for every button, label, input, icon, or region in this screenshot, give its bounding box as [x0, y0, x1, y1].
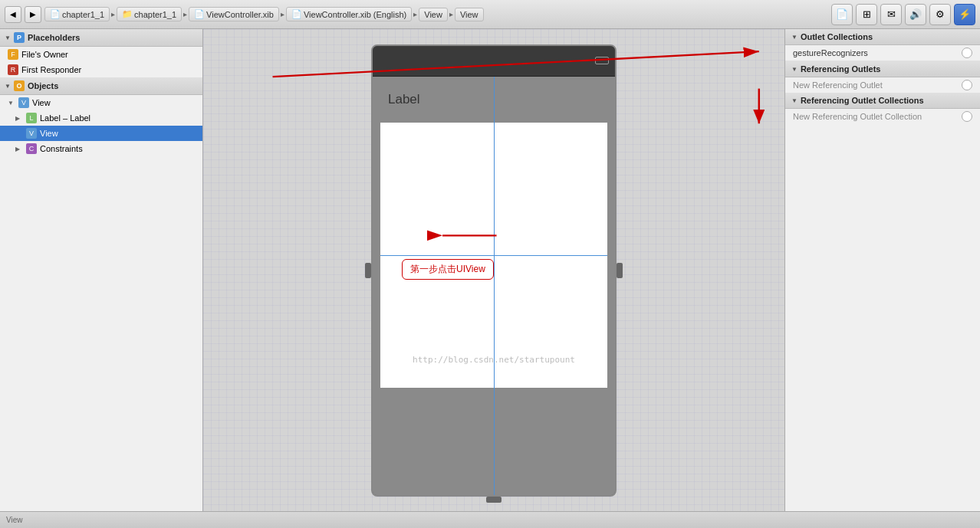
right-panel: ▼ Outlet Collections gestureRecognizers …: [784, 29, 980, 511]
breadcrumb: 📄 chapter1_1 ▸ 📁 chapter1_1 ▸ 📄 ViewCont…: [44, 7, 484, 21]
tree-constraints-item[interactable]: ▶ C Constraints: [0, 141, 202, 156]
first-responder-label: First Responder: [21, 65, 81, 74]
white-center-line-h: [380, 255, 607, 256]
main-area: ▼ P Placeholders F File's Owner R First …: [0, 29, 980, 511]
file-owner-icon: F: [8, 49, 18, 60]
breadcrumb-view1[interactable]: View: [419, 8, 448, 21]
status-icons: [595, 57, 609, 64]
new-referencing-outlet-collection-label: New Referencing Outlet Collection: [793, 112, 922, 121]
label-expand-icon: ▶: [15, 115, 23, 122]
speaker-icon-btn[interactable]: 🔊: [905, 4, 926, 25]
tree-label-item[interactable]: ▶ L Label – Label: [0, 110, 202, 126]
tree-view-selected[interactable]: V View: [0, 126, 202, 141]
white-view[interactable]: http://blog.csdn.net/startupount: [380, 123, 607, 388]
placeholders-triangle: ▼: [5, 34, 11, 41]
device-status-bar: [373, 46, 615, 77]
resize-handle-bottom[interactable]: [486, 497, 502, 503]
toolbar: ◀ ▶ 📄 chapter1_1 ▸ 📁 chapter1_1 ▸ 📄 View…: [0, 0, 980, 29]
view-root-label: View: [32, 98, 51, 107]
roc-triangle: ▼: [791, 97, 797, 104]
breadcrumb-chapter1-folder[interactable]: 📁 chapter1_1: [117, 7, 182, 21]
left-panel: ▼ P Placeholders F File's Owner R First …: [0, 29, 203, 511]
label-item-label: Label – Label: [40, 113, 90, 123]
file-owner-item[interactable]: F File's Owner: [0, 47, 202, 62]
gesture-recognizers-label: gestureRecognizers: [793, 48, 868, 57]
outlet-collections-label: Outlet Collections: [801, 32, 873, 41]
watermark-text: http://blog.csdn.net/startupount: [413, 355, 575, 365]
breadcrumb-view2[interactable]: View: [455, 8, 484, 21]
view-root-icon: V: [18, 97, 29, 108]
referencing-outlets-label: Referencing Outlets: [801, 64, 881, 74]
view-selected-icon: V: [26, 128, 37, 139]
breadcrumb-vc-xib[interactable]: 📄 ViewController.xib: [189, 7, 279, 21]
device-wrapper: Label http://blog.csdn.net/startupount: [371, 44, 617, 497]
label-item-icon: L: [26, 113, 37, 123]
view-selected-label: View: [40, 129, 58, 138]
breadcrumb-sep3: ▸: [281, 10, 284, 18]
doc-icon-btn[interactable]: 📄: [831, 4, 853, 25]
constraints-expand-icon: ▶: [15, 146, 23, 152]
bottom-status: View: [6, 516, 23, 524]
placeholders-header[interactable]: ▼ P Placeholders: [0, 29, 202, 47]
battery-icon: [595, 57, 609, 64]
roc-label: Referencing Outlet Collections: [801, 96, 924, 105]
new-referencing-outlet-collection-row: New Referencing Outlet Collection: [785, 109, 980, 124]
mail-icon-btn[interactable]: ✉: [880, 4, 902, 25]
new-referencing-outlet-circle[interactable]: [962, 80, 972, 90]
breadcrumb-sep1: ▸: [111, 10, 115, 18]
first-responder-icon: R: [8, 64, 18, 75]
objects-icon: O: [14, 80, 25, 91]
constraints-item-icon: C: [26, 143, 37, 154]
bottom-center-line-v: [494, 395, 495, 495]
new-referencing-outlet-row: New Referencing Outlet: [785, 77, 980, 93]
annotation-bubble: 第一步点击UIView: [402, 259, 494, 280]
gesture-recognizers-circle[interactable]: [962, 48, 972, 58]
annotation-text: 第一步点击UIView: [410, 264, 485, 274]
breadcrumb-chapter1[interactable]: 📄 chapter1_1: [44, 7, 110, 21]
first-responder-item[interactable]: R First Responder: [0, 62, 202, 77]
placeholders-label: Placeholders: [28, 33, 80, 42]
view-expand-icon: ▼: [8, 100, 15, 107]
file-owner-label: File's Owner: [21, 50, 68, 59]
bottom-grey-area: [373, 395, 615, 495]
new-roc-circle[interactable]: [962, 111, 972, 122]
outlet-collections-header[interactable]: ▼ Outlet Collections: [785, 29, 980, 45]
referencing-outlets-header[interactable]: ▼ Referencing Outlets: [785, 61, 980, 77]
objects-header[interactable]: ▼ O Objects: [0, 77, 202, 95]
objects-label: Objects: [28, 81, 58, 90]
constraints-item-label: Constraints: [40, 144, 83, 153]
gesture-recognizers-row: gestureRecognizers: [785, 45, 980, 61]
outlet-collections-triangle: ▼: [791, 34, 797, 41]
resize-handle-left[interactable]: [365, 263, 371, 278]
referencing-outlets-triangle: ▼: [791, 66, 797, 73]
device-content[interactable]: Label http://blog.csdn.net/startupount: [373, 77, 615, 495]
breadcrumb-sep2: ▸: [183, 10, 187, 18]
label-text: Label: [388, 92, 420, 107]
breadcrumb-sep4: ▸: [413, 10, 417, 18]
resize-handle-right[interactable]: [617, 263, 623, 278]
bottom-bar: View: [0, 511, 980, 528]
grid-icon-btn[interactable]: ⊞: [856, 4, 877, 25]
breadcrumb-sep5: ▸: [449, 10, 453, 18]
breadcrumb-vc-xib-en[interactable]: 📄 ViewController.xib (English): [286, 7, 412, 21]
objects-triangle: ▼: [5, 83, 11, 90]
placeholders-icon: P: [14, 32, 25, 43]
toolbar-right: 📄 ⊞ ✉ 🔊 ⚙ ⚡: [831, 4, 975, 25]
tree-view-root[interactable]: ▼ V View: [0, 95, 202, 110]
xcode-icon-btn[interactable]: ⚡: [954, 4, 975, 25]
referencing-outlet-collections-header[interactable]: ▼ Referencing Outlet Collections: [785, 93, 980, 109]
nav-forward-btn[interactable]: ▶: [25, 6, 41, 23]
new-referencing-outlet-label: New Referencing Outlet: [793, 80, 883, 90]
canvas-area: Label http://blog.csdn.net/startupount: [203, 29, 784, 511]
cog-icon-btn[interactable]: ⚙: [929, 4, 951, 25]
nav-back-btn[interactable]: ◀: [5, 6, 21, 23]
